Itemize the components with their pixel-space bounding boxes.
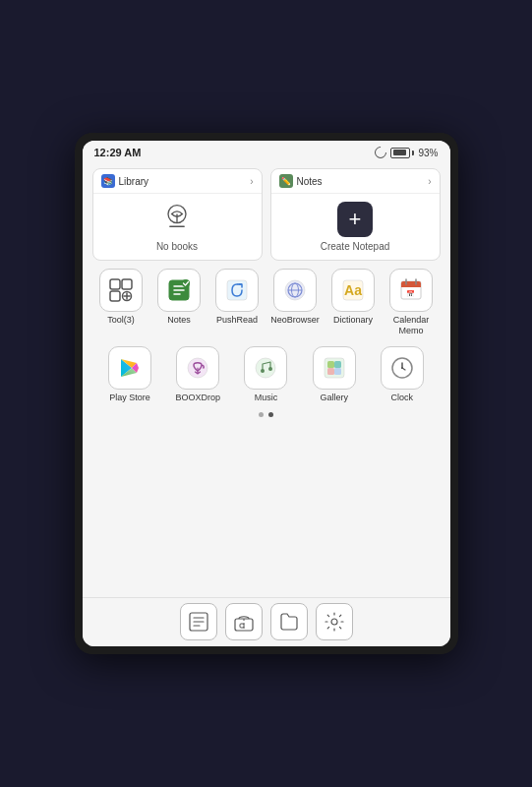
dictionary-label: Dictionary xyxy=(333,315,373,326)
dot-2 xyxy=(268,412,273,417)
status-bar: 12:29 AM 93% xyxy=(83,141,450,162)
neobrowser-label: NeoBrowser xyxy=(270,315,320,326)
library-body: No books xyxy=(93,194,262,260)
library-label: No books xyxy=(156,241,198,252)
battery-fill xyxy=(393,150,406,155)
status-right: 93% xyxy=(375,147,438,158)
notes-widget[interactable]: ✏️ Notes › + Create Notepad xyxy=(270,168,441,261)
battery-icon xyxy=(390,148,414,158)
battery-percent: 93% xyxy=(418,148,438,158)
svg-rect-2 xyxy=(122,279,132,289)
dock-store[interactable] xyxy=(225,603,263,640)
app-dictionary[interactable]: Aa Dictionary xyxy=(325,269,382,326)
library-chevron: › xyxy=(250,176,253,187)
notes-label: Create Notepad xyxy=(321,241,390,252)
booxdrop-label: BOOXDrop xyxy=(176,393,221,403)
notes-title-row: ✏️ Notes xyxy=(279,174,323,188)
music-icon xyxy=(244,346,287,390)
battery-tip xyxy=(412,151,414,155)
pushread-icon xyxy=(215,269,259,312)
svg-rect-28 xyxy=(334,368,341,375)
svg-point-40 xyxy=(331,619,337,625)
app-grid: Tool(3) Notes xyxy=(92,269,441,402)
library-icon: 📚 xyxy=(101,174,115,188)
svg-rect-39 xyxy=(240,624,244,628)
app-tool3[interactable]: Tool(3) xyxy=(92,269,149,326)
app-gallery[interactable]: Gallery xyxy=(300,346,368,403)
calendarmemo-icon: 📅 xyxy=(389,269,433,312)
app-clock[interactable]: Clock xyxy=(368,346,436,403)
neobrowser-icon xyxy=(273,269,317,312)
app-row-1: Tool(3) Notes xyxy=(92,269,441,336)
booxdrop-icon xyxy=(176,346,219,390)
notes-title: Notes xyxy=(297,176,323,187)
dock-recent[interactable] xyxy=(180,603,217,640)
svg-rect-27 xyxy=(327,368,334,375)
gallery-icon xyxy=(313,346,356,390)
library-title: Library xyxy=(119,176,149,187)
widget-row: 📚 Library › No books xyxy=(92,168,441,261)
app-notes[interactable]: Notes xyxy=(150,269,207,326)
svg-rect-16 xyxy=(401,285,421,287)
notes-body: + Create Notepad xyxy=(271,194,440,260)
gallery-label: Gallery xyxy=(320,393,348,403)
page-dots xyxy=(92,410,441,419)
app-pushread[interactable]: PushRead xyxy=(208,269,266,326)
notes-icon: ✏️ xyxy=(279,174,293,188)
svg-rect-26 xyxy=(334,361,341,368)
svg-point-21 xyxy=(256,358,275,378)
playstore-icon xyxy=(108,346,151,390)
notes-widget-header: ✏️ Notes › xyxy=(271,169,440,194)
app-booxdrop[interactable]: BOOXDrop xyxy=(164,346,232,403)
screen: 12:29 AM 93% 📚 xyxy=(83,141,450,646)
svg-point-23 xyxy=(268,367,272,371)
battery-body xyxy=(390,148,410,158)
music-label: Music xyxy=(255,393,278,403)
svg-point-22 xyxy=(261,369,265,373)
app-music[interactable]: Music xyxy=(232,346,300,403)
tool3-label: Tool(3) xyxy=(107,315,135,326)
clock-label: Clock xyxy=(391,393,414,403)
app-playstore[interactable]: Play Store xyxy=(96,346,164,403)
notes-app-icon xyxy=(157,269,201,312)
device-shell: 12:29 AM 93% 📚 xyxy=(75,133,458,654)
svg-text:📅: 📅 xyxy=(406,289,415,298)
notes-app-label: Notes xyxy=(167,315,191,326)
notes-chevron: › xyxy=(428,176,431,187)
app-calendarmemo[interactable]: 📅 Calendar Memo xyxy=(383,269,440,336)
svg-rect-3 xyxy=(110,291,120,301)
calendarmemo-label: Calendar Memo xyxy=(393,315,430,336)
svg-point-32 xyxy=(401,367,403,369)
dock-files[interactable] xyxy=(270,603,308,640)
tool3-icon xyxy=(99,269,143,312)
dot-1 xyxy=(259,412,264,417)
svg-rect-7 xyxy=(227,280,247,300)
app-neobrowser[interactable]: NeoBrowser xyxy=(266,269,324,326)
main-content: 📚 Library › No books xyxy=(83,162,450,597)
library-widget[interactable]: 📚 Library › No books xyxy=(92,168,263,261)
app-row-2: Play Store BOOXDrop xyxy=(92,346,441,403)
dock-settings[interactable] xyxy=(316,603,353,640)
playstore-label: Play Store xyxy=(109,393,150,403)
svg-text:Aa: Aa xyxy=(344,282,362,298)
library-title-row: 📚 Library xyxy=(101,174,149,188)
clock-icon xyxy=(381,346,424,390)
pushread-label: PushRead xyxy=(216,315,258,326)
sync-icon xyxy=(373,145,389,161)
library-widget-header: 📚 Library › xyxy=(93,169,262,194)
svg-rect-25 xyxy=(327,361,334,368)
create-notepad-button[interactable]: + xyxy=(337,202,373,237)
svg-rect-1 xyxy=(110,279,120,289)
no-books-icon xyxy=(159,202,195,237)
status-time: 12:29 AM xyxy=(94,147,142,158)
svg-rect-24 xyxy=(325,358,344,378)
dictionary-icon: Aa xyxy=(331,269,375,312)
bottom-dock xyxy=(83,597,450,646)
